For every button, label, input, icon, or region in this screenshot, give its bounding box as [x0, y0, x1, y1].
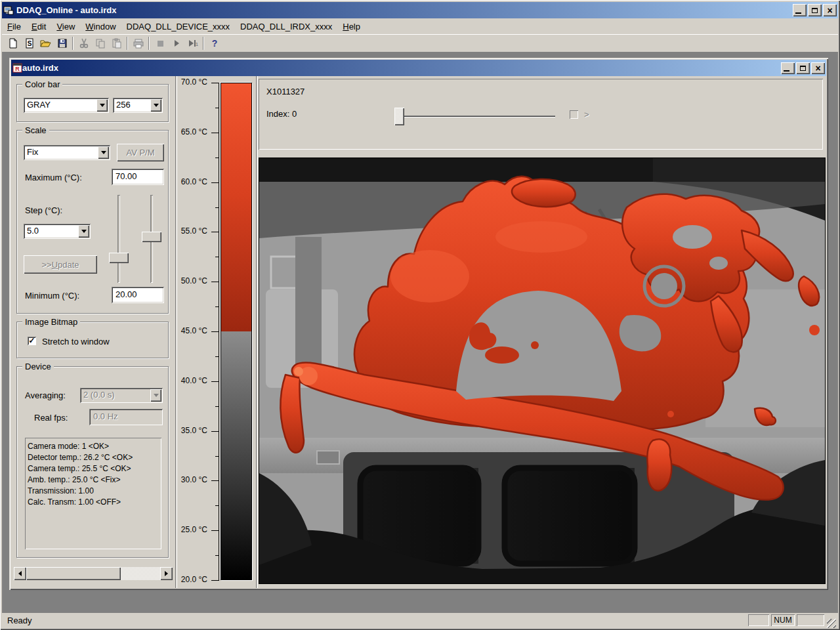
minor-tick — [215, 555, 219, 556]
maximum-slider-track[interactable] — [117, 195, 120, 283]
temperature-tick-label: 35.0 °C — [181, 426, 207, 435]
chevron-down-icon — [100, 104, 105, 107]
minor-tick — [215, 257, 219, 257]
close-icon: × — [815, 63, 820, 74]
scale-group-title: Scale — [22, 125, 49, 135]
index-slider-thumb[interactable] — [394, 108, 404, 125]
levels-combobox[interactable]: 256 — [113, 98, 163, 113]
menu-help[interactable]: Help — [337, 20, 366, 33]
toolbar-separator — [203, 37, 204, 50]
camera-status-line: Camera mode: 1 <OK> — [28, 441, 159, 452]
major-tick — [211, 282, 219, 282]
help-button[interactable]: ? — [206, 35, 222, 51]
menu-ddaq-dll-irdx[interactable]: DDAQ_DLL_IRDX_xxxx — [235, 20, 337, 33]
minor-tick — [215, 306, 219, 307]
scroll-right-button[interactable] — [160, 567, 173, 580]
temperature-tick-label: 25.0 °C — [181, 525, 207, 534]
gradient-gray-section — [221, 331, 251, 579]
save-icon — [57, 38, 68, 49]
horizontal-scrollbar[interactable] — [14, 567, 173, 580]
svg-text:S: S — [27, 40, 32, 47]
resize-grip[interactable] — [827, 619, 836, 628]
new-document-button[interactable] — [5, 35, 21, 51]
print-button[interactable] — [130, 35, 146, 51]
menu-edit[interactable]: Edit — [26, 20, 51, 33]
averaging-combobox[interactable]: 2 (0.0 s) — [80, 388, 163, 403]
temperature-tick-label: 60.0 °C — [181, 177, 207, 186]
document-window: R auto.irdx × Color bar GRAY — [9, 58, 828, 590]
levels-value: 256 — [116, 100, 131, 110]
chevron-down-icon — [81, 230, 87, 233]
advance-checkbox[interactable] — [570, 110, 578, 119]
close-button[interactable]: × — [823, 4, 837, 16]
svg-text:1: 1 — [195, 41, 198, 47]
open-file-button[interactable] — [37, 35, 54, 51]
help-icon: ? — [209, 38, 220, 49]
temperature-tick-label: 55.0 °C — [181, 226, 207, 236]
camera-status-line: Transmission: 1.00 — [28, 486, 159, 497]
real-fps-field[interactable]: 0.0 Hz — [89, 409, 163, 425]
scroll-left-button[interactable] — [14, 567, 26, 580]
maximum-field[interactable]: 70.00 — [112, 169, 164, 185]
image-bitmap-group: Image Bitmap ✓ Stretch to window — [16, 322, 169, 358]
stop-icon — [155, 38, 165, 49]
status-cell-num: NUM — [771, 614, 795, 626]
minimum-field[interactable]: 20.00 — [112, 287, 164, 303]
index-slider-track[interactable] — [399, 116, 555, 117]
open-folder-icon — [40, 38, 51, 49]
maximum-label: Maximum (°C): — [25, 173, 82, 182]
play-icon — [171, 38, 182, 49]
cut-button[interactable] — [75, 35, 92, 51]
camera-id-label: X1011327 — [266, 87, 304, 96]
scale-mode-dropdown-button[interactable] — [98, 146, 109, 159]
levels-dropdown-button[interactable] — [150, 99, 161, 112]
image-bitmap-group-title: Image Bitmap — [22, 317, 80, 327]
maximize-icon — [812, 8, 818, 13]
doc-maximize-button[interactable] — [796, 62, 810, 74]
s-document-icon: S — [24, 38, 35, 49]
major-tick — [211, 83, 219, 83]
minimize-button[interactable] — [793, 4, 807, 16]
maximum-slider-thumb[interactable] — [109, 253, 129, 263]
maximize-button[interactable] — [808, 4, 822, 16]
document-title: auto.irdx — [22, 63, 58, 73]
device-group-title: Device — [22, 362, 54, 371]
menu-ddaq-dll-device[interactable]: DDAQ_DLL_DEVICE_xxxx — [121, 20, 236, 33]
palette-dropdown-button[interactable] — [96, 99, 108, 112]
play-one-button[interactable]: 1 — [184, 35, 201, 51]
status-cell-scrl — [797, 614, 824, 626]
step-combobox[interactable]: 5.0 — [24, 224, 91, 239]
doc-close-button[interactable]: × — [811, 62, 825, 74]
update-button[interactable]: >> Update — [24, 255, 97, 274]
color-gradient-bar — [220, 83, 252, 580]
s-document-button[interactable]: S — [21, 35, 37, 51]
copy-button[interactable] — [92, 35, 108, 51]
scrollbar-thumb[interactable] — [26, 567, 121, 580]
minor-tick — [215, 356, 219, 357]
camera-status-line: Camera temp.: 25.5 °C <OK> — [28, 463, 159, 474]
step-dropdown-button[interactable] — [78, 225, 89, 238]
scrollbar-track[interactable] — [121, 567, 160, 580]
chevron-down-icon — [101, 151, 106, 154]
chevron-down-icon — [154, 104, 159, 107]
minimum-slider-thumb[interactable] — [142, 232, 161, 242]
menu-file[interactable]: File — [2, 20, 26, 33]
stop-button[interactable] — [152, 35, 168, 51]
avpm-button[interactable]: AV P/M — [117, 144, 164, 161]
averaging-value: 2 (0.0 s) — [83, 390, 115, 400]
play-button[interactable] — [168, 35, 184, 51]
averaging-dropdown-button[interactable] — [150, 389, 161, 402]
save-button[interactable] — [54, 35, 70, 51]
scale-mode-combobox[interactable]: Fix — [24, 145, 110, 160]
paste-button[interactable] — [108, 35, 125, 51]
menu-view[interactable]: View — [51, 20, 80, 33]
doc-minimize-button[interactable] — [781, 62, 795, 74]
main-titlebar[interactable]: DDAQ_Online - auto.irdx × — [2, 2, 838, 18]
temperature-scale-panel: 70.0 °C65.0 °C60.0 °C55.0 °C50.0 °C45.0 … — [177, 76, 256, 588]
temperature-tick-label: 45.0 °C — [181, 326, 207, 335]
document-titlebar[interactable]: R auto.irdx × — [11, 60, 826, 76]
stretch-checkbox[interactable]: ✓ — [28, 337, 36, 345]
minor-tick — [215, 456, 219, 457]
palette-combobox[interactable]: GRAY — [24, 98, 109, 113]
menu-window[interactable]: Window — [80, 20, 121, 33]
